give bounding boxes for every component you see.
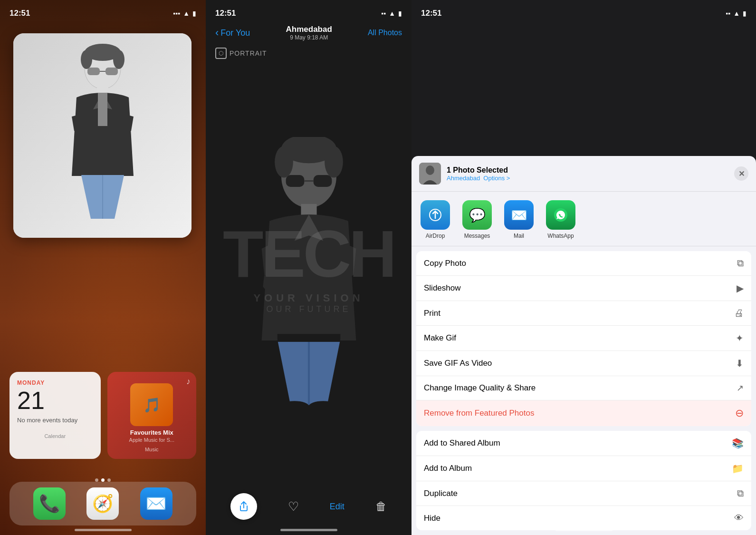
edit-button[interactable]: Edit [330,502,345,512]
whatsapp-svg [552,206,569,224]
portrait-icon: ⬡ [215,48,227,59]
svg-point-23 [426,165,434,175]
share-apps-row: AirDrop 💬 Messages ✉️ Mail WhatsApp [411,192,756,246]
status-icons-panel1: ▪▪▪ ▲ ▮ [173,10,196,17]
wifi-icon: ▲ [183,10,190,17]
action-hide[interactable]: Hide 👁 [416,506,751,530]
add-shared-album-icon: 📚 [732,438,744,449]
print-icon: 🖨 [734,308,744,319]
trash-button[interactable]: 🗑 [375,500,387,513]
airdrop-label: AirDrop [426,233,445,239]
photo-location-block: Ahmedabad 9 May 9:18 AM [286,25,332,41]
phone-icon[interactable]: 📞 [33,487,66,520]
mail-label: Mail [514,233,524,239]
music-widget[interactable]: ♪ 🎵 Favourites Mix Apple Music for S... … [107,372,197,459]
status-icons-panel2: ▪▪ ▲ ▮ [381,10,402,17]
save-gif-icon: ⬇ [736,358,744,369]
share-icon [239,501,249,512]
photo-datetime: 9 May 9:18 AM [286,34,332,41]
time-panel3: 12:51 [421,9,441,18]
share-button[interactable] [230,493,257,520]
time-panel2: 12:51 [215,9,236,18]
heart-button[interactable]: ♡ [288,499,299,514]
action-duplicate[interactable]: Duplicate ⧉ [416,481,751,506]
svg-rect-19 [277,334,340,342]
status-bar-panel1: 12:51 ▪▪▪ ▲ ▮ [0,0,206,21]
app-item-whatsapp[interactable]: WhatsApp [545,200,577,239]
calendar-day: MONDAY [17,379,93,386]
svg-point-5 [81,50,92,69]
home-indicator-p3 [555,529,612,531]
action-print[interactable]: Print 🖨 [416,301,751,326]
photo-main [206,62,411,487]
action-change-quality[interactable]: Change Image Quality & Share ↗ [416,376,751,400]
calendar-note: No more events today [17,417,93,424]
share-thumb [419,163,441,185]
calendar-widget[interactable]: MONDAY 21 No more events today Calendar [10,372,101,459]
action-make-gif[interactable]: Make Gif ✦ [416,326,751,351]
home-screen-panel: 12:51 ▪▪▪ ▲ ▮ [0,0,206,535]
music-art-icon: 🎵 [143,397,161,413]
photo-widget-inner [13,33,191,238]
app-item-mail[interactable]: ✉️ Mail [503,200,535,239]
photo-viewer-panel: TECH YOUR VISION OUR FUTURE 12:51 ▪▪ ▲ ▮… [206,0,411,535]
time-panel1: 12:51 [10,9,30,18]
remove-featured-icon: ⊖ [735,407,744,419]
back-button[interactable]: ‹ For You [215,27,250,39]
music-art: 🎵 [130,383,173,426]
share-close-button[interactable]: ✕ [734,166,748,181]
portrait-label: PORTRAIT [230,49,267,57]
share-header-sub: Ahmedabad Options > [447,175,734,182]
battery-icon-p2: ▮ [398,10,402,17]
airdrop-icon [421,200,450,230]
share-sheet-panel: TECH YOUR VISION OUR FUTURE 12:51 ▪▪ ▲ ▮ [411,0,756,535]
signal-icon: ▪▪▪ [173,10,180,17]
make-gif-icon: ✦ [736,332,744,344]
all-photos-button[interactable]: All Photos [368,29,402,37]
action-add-shared-album[interactable]: Add to Shared Album 📚 [416,431,751,456]
slideshow-label: Slideshow [424,283,461,293]
svg-rect-12 [313,175,332,187]
music-label: Music [114,447,190,452]
page-dot-2 [101,478,105,482]
wifi-icon-p2: ▲ [389,10,395,17]
status-bar-panel3: 12:51 ▪▪ ▲ ▮ [411,0,756,21]
copy-photo-icon: ⧉ [737,258,744,269]
share-actions-group1: Copy Photo ⧉ Slideshow ▶ Print 🖨 Make Gi… [416,251,751,426]
photo-widget[interactable] [13,33,191,238]
calendar-date: 21 [17,388,93,413]
duplicate-label: Duplicate [424,489,458,498]
action-slideshow[interactable]: Slideshow ▶ [416,276,751,301]
back-label: For You [220,28,250,38]
widgets-row: MONDAY 21 No more events today Calendar … [10,372,196,459]
app-item-messages[interactable]: 💬 Messages [461,200,493,239]
photo-location: Ahmedabad [286,25,332,34]
safari-icon[interactable]: 🧭 [86,487,119,520]
music-subtitle: Apple Music for S... [114,437,190,443]
action-copy-photo[interactable]: Copy Photo ⧉ [416,251,751,276]
mail-icon[interactable]: ✉️ [140,487,172,520]
action-remove-featured[interactable]: Remove from Featured Photos ⊖ [416,400,751,426]
photo-nav: ‹ For You Ahmedabad 9 May 9:18 AM All Ph… [206,21,411,45]
share-options[interactable]: Options > [483,175,510,182]
music-title: Favourites Mix [114,429,190,436]
airdrop-svg [427,207,443,223]
remove-featured-label: Remove from Featured Photos [424,409,534,418]
share-actions-group2: Add to Shared Album 📚 Add to Album 📁 Dup… [416,431,751,530]
status-bar-panel2: 12:51 ▪▪ ▲ ▮ [206,0,411,21]
hide-label: Hide [424,514,440,523]
action-save-gif[interactable]: Save GIF As Video ⬇ [416,351,751,376]
print-label: Print [424,309,440,318]
change-quality-label: Change Image Quality & Share [424,383,536,393]
boy-photo-widget [55,43,150,228]
change-quality-icon: ↗ [737,383,744,393]
main-photo-boy [242,137,375,413]
svg-point-20 [280,401,309,411]
app-item-airdrop[interactable]: AirDrop [419,200,451,239]
share-header-title: 1 Photo Selected [447,166,734,175]
svg-rect-2 [105,68,118,75]
action-add-album[interactable]: Add to Album 📁 [416,456,751,481]
copy-photo-label: Copy Photo [424,259,466,268]
add-shared-album-label: Add to Shared Album [424,438,500,448]
home-indicator-p2 [280,529,337,531]
